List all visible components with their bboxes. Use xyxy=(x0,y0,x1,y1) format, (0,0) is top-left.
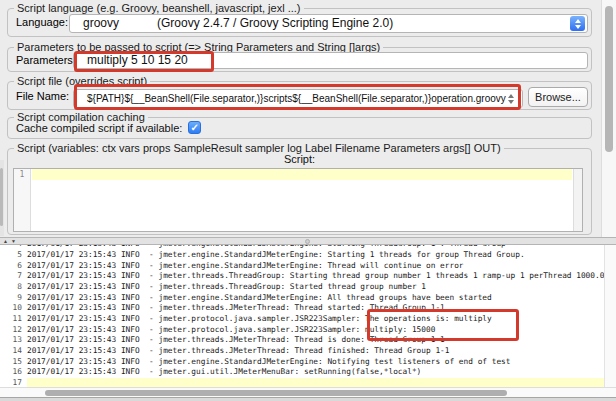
language-selected-value: groovy xyxy=(70,16,119,30)
panel-vertical-scrollbar-thumb[interactable] xyxy=(605,6,613,152)
cache-checkbox[interactable]: ✓ xyxy=(188,121,201,134)
script-label: Script: xyxy=(8,153,591,165)
script-group: Script (variables: ctx vars props Sample… xyxy=(7,148,592,235)
left-scrollbar[interactable] xyxy=(0,160,4,236)
log-line: 122017/01/17 23:15:43 INFO - jmeter.prot… xyxy=(0,325,616,336)
annotation-box-log-output xyxy=(367,309,519,341)
log-line: 62017/01/17 23:15:43 INFO - jmeter.engin… xyxy=(0,261,616,272)
language-select[interactable]: groovy(Groovy 2.4.7 / Groovy Scripting E… xyxy=(69,14,588,33)
jsr223-sampler-panel: Script language (e.g. Groovy, beanshell,… xyxy=(0,0,616,401)
file-name-label: File Name: xyxy=(16,90,69,102)
divider-grip-icon xyxy=(305,239,310,244)
editor-line-numbers: 1 xyxy=(14,169,31,231)
collapse-down-icon: ▼ xyxy=(11,238,16,244)
log-line: 92017/01/17 23:15:43 INFO - jmeter.engin… xyxy=(0,293,616,304)
browse-button[interactable]: Browse... xyxy=(528,87,588,107)
checkmark-icon: ✓ xyxy=(191,122,199,133)
script-editor[interactable]: 1 xyxy=(13,168,583,232)
language-label: Language: xyxy=(16,16,68,28)
log-line: 82017/01/17 23:15:43 INFO - jmeter.threa… xyxy=(0,282,616,293)
annotation-box-parameters xyxy=(74,51,214,72)
editor-vertical-scrollbar[interactable] xyxy=(573,169,582,231)
line-number: 1 xyxy=(20,170,25,179)
log-lines: 42017/01/17 23:15:43 INFO - jmeter.engin… xyxy=(0,245,616,387)
split-pane-divider[interactable]: ▲ ▼ xyxy=(0,237,616,245)
panel-vertical-scrollbar[interactable] xyxy=(601,0,616,238)
script-language-group: Script language (e.g. Groovy, beanshell,… xyxy=(7,8,592,37)
log-line: 132017/01/17 23:15:43 INFO - jmeter.thre… xyxy=(0,335,616,346)
log-horizontal-scrollbar[interactable] xyxy=(0,387,616,397)
script-language-group-title: Script language (e.g. Groovy, beanshell,… xyxy=(14,2,304,14)
editor-current-line xyxy=(32,169,572,180)
collapse-up-icon: ▲ xyxy=(3,238,8,244)
log-horizontal-scrollbar-thumb[interactable] xyxy=(45,390,507,396)
log-line: 112017/01/17 23:15:43 INFO - jmeter.prot… xyxy=(0,314,616,325)
left-scrollbar-thumb[interactable] xyxy=(0,168,3,226)
parameters-label: Parameters: xyxy=(16,54,76,66)
log-viewer[interactable]: 42017/01/17 23:15:43 INFO - jmeter.engin… xyxy=(0,245,616,387)
chevron-up-icon xyxy=(575,19,581,23)
divider-collapse-arrows[interactable]: ▲ ▼ xyxy=(3,238,16,244)
cache-checkbox-label: Cache compiled script if available: xyxy=(16,122,182,134)
log-line: 152017/01/17 23:15:43 INFO - jmeter.engi… xyxy=(0,357,616,368)
log-line-current: 17 xyxy=(0,378,616,387)
window-bottom-edge xyxy=(0,397,616,401)
language-select-stepper[interactable] xyxy=(570,16,585,31)
chevron-down-icon xyxy=(575,25,581,29)
log-line: 72017/01/17 23:15:43 INFO - jmeter.threa… xyxy=(0,271,616,282)
log-line: 162017/01/17 23:15:43 INFO - jmeter.gui.… xyxy=(0,367,616,378)
log-vertical-scrollbar[interactable] xyxy=(604,245,616,387)
caching-group: Script compilation caching Cache compile… xyxy=(7,117,592,139)
log-line: 142017/01/17 23:15:43 INFO - jmeter.thre… xyxy=(0,346,616,357)
cache-row: Cache compiled script if available: ✓ xyxy=(16,121,201,134)
language-version-detail: (Groovy 2.4.7 / Groovy Scripting Engine … xyxy=(157,16,393,30)
annotation-box-file-name xyxy=(74,84,521,110)
log-line: 102017/01/17 23:15:43 INFO - jmeter.thre… xyxy=(0,303,616,314)
log-line: 52017/01/17 23:15:43 INFO - jmeter.engin… xyxy=(0,250,616,261)
